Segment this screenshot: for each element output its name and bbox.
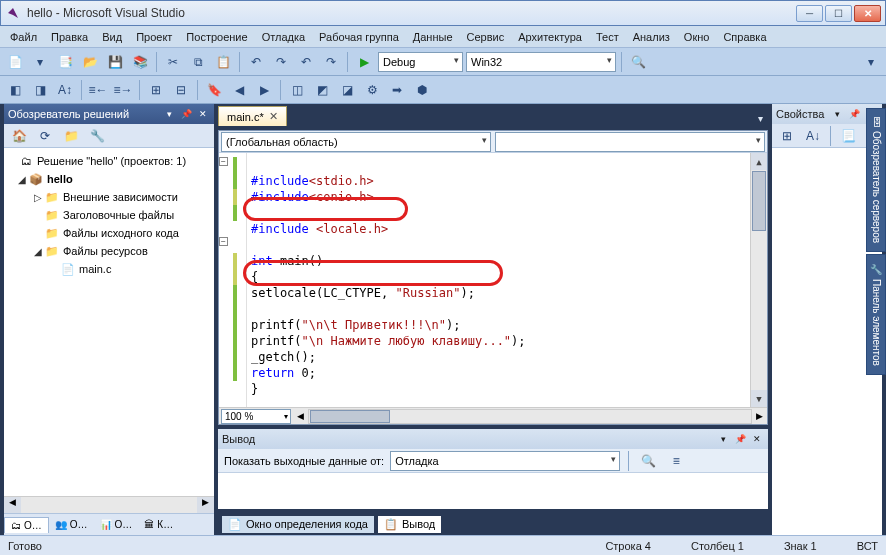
property-pages-icon[interactable]: 📃 xyxy=(837,125,859,147)
next-bookmark[interactable]: ▶ xyxy=(253,79,275,101)
alphabetical-icon[interactable]: A↓ xyxy=(802,125,824,147)
tool-3[interactable]: A↕ xyxy=(54,79,76,101)
sol-hscroll[interactable]: ◀ ▶ xyxy=(4,496,214,513)
tab-output[interactable]: 📋Вывод xyxy=(378,516,441,533)
code-area[interactable]: − − #include<stdio.h> #include<conio.h> … xyxy=(219,153,767,407)
scroll-left-icon[interactable]: ◀ xyxy=(293,411,308,421)
outdent-button[interactable]: ≡→ xyxy=(112,79,134,101)
sol-showall-icon[interactable]: 📁 xyxy=(60,125,82,147)
sol-home-icon[interactable]: 🏠 xyxy=(8,125,30,147)
sol-props-icon[interactable]: 🔧 xyxy=(86,125,108,147)
tool-2[interactable]: ◨ xyxy=(29,79,51,101)
sol-tab-1[interactable]: 🗂О… xyxy=(4,517,49,533)
sol-tab-3[interactable]: 📊О… xyxy=(94,517,139,532)
save-all-button[interactable]: 📚 xyxy=(129,51,151,73)
prev-bookmark[interactable]: ◀ xyxy=(228,79,250,101)
panel-menu-icon[interactable]: ▾ xyxy=(162,107,176,121)
new-project-button[interactable]: 📄 xyxy=(4,51,26,73)
panel-menu-icon[interactable]: ▾ xyxy=(830,107,844,121)
tool-step[interactable]: ➡ xyxy=(386,79,408,101)
folder-ext-deps[interactable]: Внешние зависимости xyxy=(63,191,178,203)
categorized-icon[interactable]: ⊞ xyxy=(776,125,798,147)
redo-button[interactable]: ↷ xyxy=(270,51,292,73)
menu-analyze[interactable]: Анализ xyxy=(627,29,676,45)
pin-icon[interactable]: 📌 xyxy=(179,107,193,121)
start-debug-button[interactable]: ▶ xyxy=(353,51,375,73)
fold-icon[interactable]: − xyxy=(219,157,228,166)
minimize-button[interactable]: ─ xyxy=(796,5,823,22)
menu-tools[interactable]: Сервис xyxy=(461,29,511,45)
panel-close-icon[interactable]: ✕ xyxy=(750,432,764,446)
platform-combo[interactable]: Win32 xyxy=(466,52,616,72)
vtab-toolbox[interactable]: 🔧Панель элементов xyxy=(866,254,886,375)
folder-headers[interactable]: Заголовочные файлы xyxy=(63,209,174,221)
menu-data[interactable]: Данные xyxy=(407,29,459,45)
file-main-c[interactable]: main.c xyxy=(79,263,111,275)
tool-hex[interactable]: ⬢ xyxy=(411,79,433,101)
scroll-up-icon[interactable]: ▲ xyxy=(751,153,767,170)
output-clear-icon[interactable]: ≡ xyxy=(665,450,687,472)
save-button[interactable]: 💾 xyxy=(104,51,126,73)
output-text[interactable] xyxy=(218,473,768,509)
menu-test[interactable]: Тест xyxy=(590,29,625,45)
close-button[interactable]: ✕ xyxy=(854,5,881,22)
menu-arch[interactable]: Архитектура xyxy=(512,29,588,45)
tab-code-definition[interactable]: 📄Окно определения кода xyxy=(222,516,374,533)
indent-button[interactable]: ≡← xyxy=(87,79,109,101)
sol-tab-4[interactable]: 🏛К… xyxy=(138,517,179,532)
toolbar-overflow[interactable]: ▾ xyxy=(860,51,882,73)
panel-menu-icon[interactable]: ▾ xyxy=(716,432,730,446)
panel-close-icon[interactable]: ✕ xyxy=(196,107,210,121)
tool-1[interactable]: ◧ xyxy=(4,79,26,101)
add-item-button[interactable]: 📑 xyxy=(54,51,76,73)
zoom-combo[interactable]: 100 % xyxy=(221,409,291,424)
vertical-scrollbar[interactable]: ▲ ▼ xyxy=(750,153,767,407)
cut-button[interactable]: ✂ xyxy=(162,51,184,73)
code-content[interactable]: #include<stdio.h> #include<conio.h> #inc… xyxy=(251,157,749,397)
menu-build[interactable]: Построение xyxy=(180,29,253,45)
output-find-icon[interactable]: 🔍 xyxy=(637,450,659,472)
tool-obj[interactable]: ◪ xyxy=(336,79,358,101)
menu-file[interactable]: Файл xyxy=(4,29,43,45)
menu-window[interactable]: Окно xyxy=(678,29,716,45)
tab-list-dropdown[interactable]: ▾ xyxy=(752,110,768,126)
tool-prop[interactable]: ⚙ xyxy=(361,79,383,101)
close-tab-icon[interactable]: ✕ xyxy=(269,110,278,123)
fold-icon[interactable]: − xyxy=(219,237,228,246)
member-combo[interactable] xyxy=(495,132,765,152)
menu-edit[interactable]: Правка xyxy=(45,29,94,45)
find-button[interactable]: 🔍 xyxy=(627,51,649,73)
new-dropdown[interactable]: ▾ xyxy=(29,51,51,73)
menu-project[interactable]: Проект xyxy=(130,29,178,45)
pin-icon[interactable]: 📌 xyxy=(847,107,861,121)
folder-source[interactable]: Файлы исходного кода xyxy=(63,227,179,239)
solution-tree[interactable]: 🗂Решение "hello" (проектов: 1) ◢📦hello ▷… xyxy=(4,148,214,496)
project-node[interactable]: hello xyxy=(47,173,73,185)
menu-team[interactable]: Рабочая группа xyxy=(313,29,405,45)
config-combo[interactable]: Debug xyxy=(378,52,463,72)
open-button[interactable]: 📂 xyxy=(79,51,101,73)
solution-root[interactable]: Решение "hello" (проектов: 1) xyxy=(37,155,186,167)
scroll-thumb[interactable] xyxy=(752,171,766,231)
undo-button[interactable]: ↶ xyxy=(245,51,267,73)
pin-icon[interactable]: 📌 xyxy=(733,432,747,446)
nav-fwd-button[interactable]: ↷ xyxy=(320,51,342,73)
bookmark-button[interactable]: 🔖 xyxy=(203,79,225,101)
paste-button[interactable]: 📋 xyxy=(212,51,234,73)
folder-resources[interactable]: Файлы ресурсов xyxy=(63,245,148,257)
maximize-button[interactable]: ☐ xyxy=(825,5,852,22)
output-source-combo[interactable]: Отладка xyxy=(390,451,620,471)
menu-view[interactable]: Вид xyxy=(96,29,128,45)
sol-refresh-icon[interactable]: ⟳ xyxy=(34,125,56,147)
menu-debug[interactable]: Отладка xyxy=(256,29,311,45)
comment-button[interactable]: ⊞ xyxy=(145,79,167,101)
sol-tab-2[interactable]: 👥О… xyxy=(49,517,94,532)
tool-layer[interactable]: ◫ xyxy=(286,79,308,101)
copy-button[interactable]: ⧉ xyxy=(187,51,209,73)
menu-help[interactable]: Справка xyxy=(717,29,772,45)
uncomment-button[interactable]: ⊟ xyxy=(170,79,192,101)
horizontal-scrollbar[interactable] xyxy=(308,409,752,424)
tool-class[interactable]: ◩ xyxy=(311,79,333,101)
vtab-server-explorer[interactable]: 🗄Обозреватель серверов xyxy=(866,108,886,252)
nav-back-button[interactable]: ↶ xyxy=(295,51,317,73)
